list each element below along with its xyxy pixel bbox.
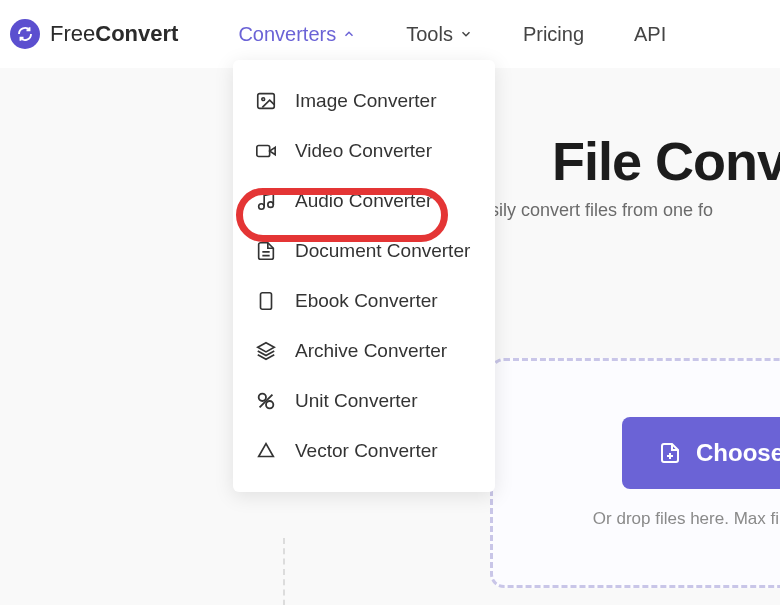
nav-label: API [634,23,666,46]
button-label: Choose File [696,439,780,467]
nav-pricing[interactable]: Pricing [523,23,584,46]
svg-point-4 [268,202,274,208]
archive-icon [255,340,277,362]
dropdown-item-audio[interactable]: Audio Converter [233,176,495,226]
chevron-down-icon [459,27,473,41]
page-title: File Conv [552,130,780,192]
nav-label: Converters [238,23,336,46]
svg-point-3 [259,204,265,210]
nav-api[interactable]: API [634,23,666,46]
header: FreeConvert Converters Tools Pricing API [0,0,780,68]
dropdown-label: Video Converter [295,140,432,162]
decorative-dashed-line [283,538,285,605]
image-icon [255,90,277,112]
choose-files-button[interactable]: Choose File [622,417,780,489]
dropdown-item-archive[interactable]: Archive Converter [233,326,495,376]
nav-label: Pricing [523,23,584,46]
dropdown-item-unit[interactable]: Unit Converter [233,376,495,426]
vector-icon [255,440,277,462]
svg-point-1 [262,98,265,101]
svg-point-6 [259,394,266,401]
dropdown-label: Audio Converter [295,190,432,212]
dropdown-label: Document Converter [295,240,470,262]
nav-converters[interactable]: Converters [238,23,356,46]
drop-hint: Or drop files here. Max file size [593,509,780,529]
svg-point-7 [266,401,273,408]
audio-icon [255,190,277,212]
dropdown-item-video[interactable]: Video Converter [233,126,495,176]
unit-icon [255,390,277,412]
svg-rect-2 [257,146,270,157]
dropdown-label: Vector Converter [295,440,438,462]
logo-refresh-icon [10,19,40,49]
content: Image Converter Video Converter Audio Co… [0,68,780,98]
dropdown-item-ebook[interactable]: Ebook Converter [233,276,495,326]
logo-text: FreeConvert [50,21,178,47]
hero: File Conv sily convert files from one fo [490,130,780,221]
dropdown-label: Image Converter [295,90,437,112]
nav-label: Tools [406,23,453,46]
nav: Converters Tools Pricing API [238,23,666,46]
svg-rect-0 [258,94,275,109]
dropdown-label: Ebook Converter [295,290,438,312]
converters-dropdown: Image Converter Video Converter Audio Co… [233,60,495,492]
dropdown-item-document[interactable]: Document Converter [233,226,495,276]
ebook-icon [255,290,277,312]
dropdown-label: Archive Converter [295,340,447,362]
file-add-icon [658,441,682,465]
dropdown-item-vector[interactable]: Vector Converter [233,426,495,476]
dropdown-item-image[interactable]: Image Converter [233,76,495,126]
dropzone[interactable]: Choose File Or drop files here. Max file… [490,358,780,588]
chevron-up-icon [342,27,356,41]
logo[interactable]: FreeConvert [10,19,178,49]
dropdown-label: Unit Converter [295,390,418,412]
page-subtitle: sily convert files from one fo [490,200,780,221]
nav-tools[interactable]: Tools [406,23,473,46]
document-icon [255,240,277,262]
video-icon [255,140,277,162]
